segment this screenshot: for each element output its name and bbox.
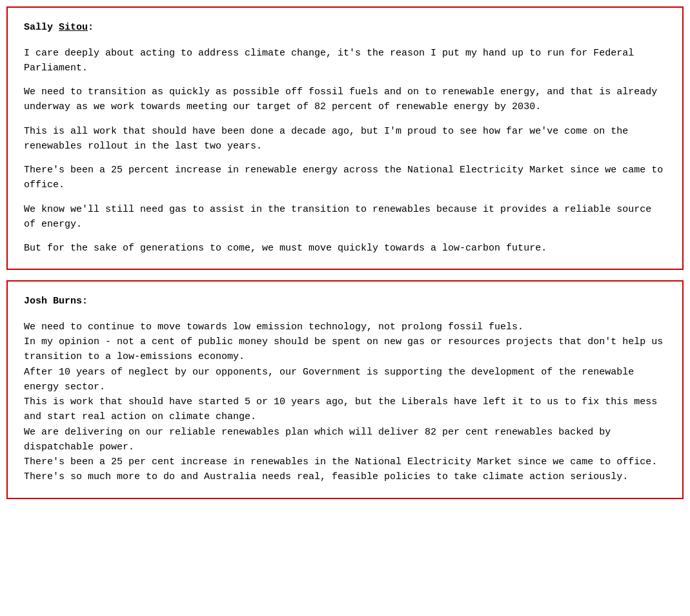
- josh-line-6: There's been a 25 per cent increase in r…: [24, 455, 666, 469]
- sally-name-suffix: :: [88, 22, 94, 33]
- sally-speech-box: Sally Sitou: I care deeply about acting …: [6, 6, 684, 270]
- josh-line-4: This is work that should have started 5 …: [24, 395, 666, 425]
- josh-line-5: We are delivering on our reliable renewa…: [24, 425, 666, 455]
- sally-paragraph-3: This is all work that should have been d…: [24, 124, 666, 154]
- sally-paragraph-4: There's been a 25 percent increase in re…: [24, 163, 666, 193]
- sally-name-underline: Sitou: [59, 22, 88, 33]
- josh-line-7: There's so much more to do and Australia…: [24, 469, 666, 484]
- josh-line-2: In my opinion - not a cent of public mon…: [24, 334, 666, 365]
- sally-paragraph-5: We know we'll still need gas to assist i…: [24, 202, 666, 232]
- josh-lines: We need to continue to move towards low …: [24, 320, 666, 485]
- sally-paragraph-6: But for the sake of generations to come,…: [24, 241, 666, 256]
- josh-line-1: We need to continue to move towards low …: [24, 320, 666, 334]
- josh-speech-box: Josh Burns: We need to continue to move …: [6, 280, 684, 498]
- sally-speaker-name: Sally Sitou:: [24, 21, 666, 36]
- josh-line-3: After 10 years of neglect by our opponen…: [24, 365, 666, 395]
- sally-name-prefix: Sally: [24, 22, 59, 33]
- sally-paragraph-1: I care deeply about acting to address cl…: [24, 46, 666, 76]
- josh-speaker-name: Josh Burns:: [24, 294, 666, 309]
- sally-paragraph-2: We need to transition as quickly as poss…: [24, 85, 666, 115]
